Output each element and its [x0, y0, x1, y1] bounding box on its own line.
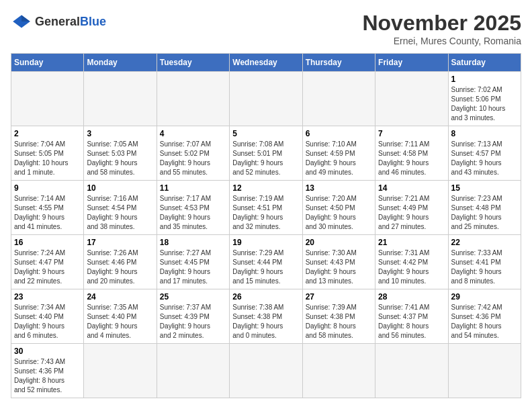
day-info: Sunrise: 7:04 AM Sunset: 5:05 PM Dayligh… — [14, 140, 81, 177]
day-number: 28 — [378, 292, 445, 302]
day-info: Sunrise: 7:10 AM Sunset: 4:59 PM Dayligh… — [306, 140, 372, 177]
calendar-cell: 19Sunrise: 7:29 AM Sunset: 4:44 PM Dayli… — [230, 235, 302, 289]
day-number: 17 — [87, 238, 153, 247]
day-info: Sunrise: 7:39 AM Sunset: 4:38 PM Dayligh… — [306, 303, 372, 340]
calendar-cell: 30Sunrise: 7:43 AM Sunset: 4:36 PM Dayli… — [11, 344, 84, 398]
weekday-header: Saturday — [448, 54, 521, 72]
day-number: 30 — [14, 347, 81, 356]
logo-text: GeneralBlue — [35, 15, 106, 28]
calendar-cell: 18Sunrise: 7:27 AM Sunset: 4:45 PM Dayli… — [157, 235, 229, 289]
day-number: 16 — [14, 238, 81, 247]
calendar-cell: 12Sunrise: 7:19 AM Sunset: 4:51 PM Dayli… — [230, 181, 302, 235]
day-info: Sunrise: 7:24 AM Sunset: 4:47 PM Dayligh… — [14, 248, 81, 286]
day-info: Sunrise: 7:34 AM Sunset: 4:40 PM Dayligh… — [14, 303, 81, 340]
day-number: 1 — [451, 75, 518, 84]
calendar-cell — [230, 344, 302, 398]
day-number: 20 — [306, 238, 372, 247]
calendar-table: SundayMondayTuesdayWednesdayThursdayFrid… — [11, 53, 521, 398]
day-number: 12 — [232, 183, 299, 193]
calendar-cell — [84, 72, 157, 126]
day-info: Sunrise: 7:17 AM Sunset: 4:53 PM Dayligh… — [160, 194, 226, 232]
day-info: Sunrise: 7:08 AM Sunset: 5:01 PM Dayligh… — [232, 140, 299, 177]
calendar-cell: 9Sunrise: 7:14 AM Sunset: 4:55 PM Daylig… — [11, 181, 84, 235]
calendar-cell: 3Sunrise: 7:05 AM Sunset: 5:03 PM Daylig… — [84, 126, 157, 181]
day-info: Sunrise: 7:14 AM Sunset: 4:55 PM Dayligh… — [14, 194, 81, 232]
day-info: Sunrise: 7:19 AM Sunset: 4:51 PM Dayligh… — [232, 194, 299, 232]
calendar-cell: 28Sunrise: 7:41 AM Sunset: 4:37 PM Dayli… — [375, 289, 448, 344]
day-info: Sunrise: 7:38 AM Sunset: 4:38 PM Dayligh… — [232, 303, 299, 340]
calendar-cell: 6Sunrise: 7:10 AM Sunset: 4:59 PM Daylig… — [302, 126, 375, 181]
day-info: Sunrise: 7:33 AM Sunset: 4:41 PM Dayligh… — [451, 248, 518, 286]
calendar-cell: 25Sunrise: 7:37 AM Sunset: 4:39 PM Dayli… — [157, 289, 229, 344]
day-info: Sunrise: 7:37 AM Sunset: 4:39 PM Dayligh… — [160, 303, 226, 340]
logo: GeneralBlue — [11, 11, 106, 32]
weekday-header: Wednesday — [230, 54, 302, 72]
calendar-cell — [302, 344, 375, 398]
calendar-row: 30Sunrise: 7:43 AM Sunset: 4:36 PM Dayli… — [11, 344, 521, 398]
calendar-cell — [230, 72, 302, 126]
calendar-cell: 24Sunrise: 7:35 AM Sunset: 4:40 PM Dayli… — [84, 289, 157, 344]
generalblue-icon — [11, 11, 32, 32]
calendar-cell: 27Sunrise: 7:39 AM Sunset: 4:38 PM Dayli… — [302, 289, 375, 344]
calendar-cell — [375, 72, 448, 126]
day-number: 14 — [378, 183, 445, 193]
day-number: 13 — [306, 183, 372, 193]
month-title: November 2025 — [362, 11, 521, 36]
weekday-header: Friday — [375, 54, 448, 72]
calendar-cell — [157, 344, 229, 398]
calendar-cell: 1Sunrise: 7:02 AM Sunset: 5:06 PM Daylig… — [448, 72, 521, 126]
calendar-cell: 23Sunrise: 7:34 AM Sunset: 4:40 PM Dayli… — [11, 289, 84, 344]
day-number: 21 — [378, 238, 445, 247]
day-number: 22 — [451, 238, 518, 247]
day-number: 29 — [451, 292, 518, 302]
calendar-cell: 8Sunrise: 7:13 AM Sunset: 4:57 PM Daylig… — [448, 126, 521, 181]
calendar-cell — [302, 72, 375, 126]
day-number: 8 — [451, 129, 518, 138]
weekday-header: Monday — [84, 54, 157, 72]
calendar-cell: 26Sunrise: 7:38 AM Sunset: 4:38 PM Dayli… — [230, 289, 302, 344]
day-number: 10 — [87, 183, 153, 193]
calendar-cell — [157, 72, 229, 126]
day-number: 24 — [87, 292, 153, 302]
day-info: Sunrise: 7:35 AM Sunset: 4:40 PM Dayligh… — [87, 303, 153, 340]
day-info: Sunrise: 7:05 AM Sunset: 5:03 PM Dayligh… — [87, 140, 153, 177]
calendar-cell: 15Sunrise: 7:23 AM Sunset: 4:48 PM Dayli… — [448, 181, 521, 235]
calendar-cell: 22Sunrise: 7:33 AM Sunset: 4:41 PM Dayli… — [448, 235, 521, 289]
calendar-cell — [84, 344, 157, 398]
day-number: 5 — [232, 129, 299, 138]
day-number: 11 — [160, 183, 226, 193]
calendar-cell — [448, 344, 521, 398]
day-info: Sunrise: 7:21 AM Sunset: 4:49 PM Dayligh… — [378, 194, 445, 232]
calendar-header-row: SundayMondayTuesdayWednesdayThursdayFrid… — [11, 54, 521, 72]
weekday-header: Sunday — [11, 54, 84, 72]
calendar-cell: 2Sunrise: 7:04 AM Sunset: 5:05 PM Daylig… — [11, 126, 84, 181]
location-subtitle: Ernei, Mures County, Romania — [362, 36, 521, 46]
calendar-cell — [375, 344, 448, 398]
day-number: 9 — [14, 183, 81, 193]
day-number: 18 — [160, 238, 226, 247]
day-info: Sunrise: 7:42 AM Sunset: 4:36 PM Dayligh… — [451, 303, 518, 340]
day-info: Sunrise: 7:29 AM Sunset: 4:44 PM Dayligh… — [232, 248, 299, 286]
calendar-cell: 13Sunrise: 7:20 AM Sunset: 4:50 PM Dayli… — [302, 181, 375, 235]
calendar-cell: 11Sunrise: 7:17 AM Sunset: 4:53 PM Dayli… — [157, 181, 229, 235]
day-info: Sunrise: 7:16 AM Sunset: 4:54 PM Dayligh… — [87, 194, 153, 232]
day-info: Sunrise: 7:11 AM Sunset: 4:58 PM Dayligh… — [378, 140, 445, 177]
calendar-cell: 17Sunrise: 7:26 AM Sunset: 4:46 PM Dayli… — [84, 235, 157, 289]
calendar-cell: 7Sunrise: 7:11 AM Sunset: 4:58 PM Daylig… — [375, 126, 448, 181]
calendar-cell: 10Sunrise: 7:16 AM Sunset: 4:54 PM Dayli… — [84, 181, 157, 235]
calendar-row: 2Sunrise: 7:04 AM Sunset: 5:05 PM Daylig… — [11, 126, 521, 181]
day-info: Sunrise: 7:26 AM Sunset: 4:46 PM Dayligh… — [87, 248, 153, 286]
calendar-row: 23Sunrise: 7:34 AM Sunset: 4:40 PM Dayli… — [11, 289, 521, 344]
calendar-row: 9Sunrise: 7:14 AM Sunset: 4:55 PM Daylig… — [11, 181, 521, 235]
day-info: Sunrise: 7:07 AM Sunset: 5:02 PM Dayligh… — [160, 140, 226, 177]
day-info: Sunrise: 7:43 AM Sunset: 4:36 PM Dayligh… — [14, 357, 81, 395]
day-number: 27 — [306, 292, 372, 302]
calendar-cell: 14Sunrise: 7:21 AM Sunset: 4:49 PM Dayli… — [375, 181, 448, 235]
day-info: Sunrise: 7:31 AM Sunset: 4:42 PM Dayligh… — [378, 248, 445, 286]
day-info: Sunrise: 7:02 AM Sunset: 5:06 PM Dayligh… — [451, 85, 518, 123]
day-info: Sunrise: 7:27 AM Sunset: 4:45 PM Dayligh… — [160, 248, 226, 286]
page-header: GeneralBlue November 2025 Ernei, Mures C… — [11, 11, 521, 46]
calendar-cell: 4Sunrise: 7:07 AM Sunset: 5:02 PM Daylig… — [157, 126, 229, 181]
calendar-row: 1Sunrise: 7:02 AM Sunset: 5:06 PM Daylig… — [11, 72, 521, 126]
weekday-header: Thursday — [302, 54, 375, 72]
